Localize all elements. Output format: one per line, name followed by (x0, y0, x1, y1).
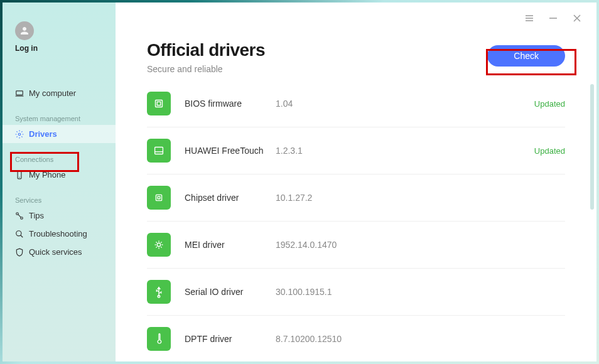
driver-version: 1.2.3.1 (276, 146, 534, 156)
svg-line-7 (18, 214, 21, 217)
driver-name: HUAWEI FreeTouch (185, 146, 276, 156)
sidebar-item-troubleshooting[interactable]: Troubleshooting (3, 225, 116, 243)
sidebar-item-quick-services[interactable]: Quick services (3, 243, 116, 261)
tips-icon (15, 211, 24, 220)
shield-icon (15, 248, 24, 257)
gear-icon (15, 130, 24, 139)
cpu-icon (147, 186, 171, 210)
driver-name: Serial IO driver (185, 287, 276, 297)
nav-label: My Phone (29, 170, 66, 179)
section-system-management: System management (15, 115, 116, 122)
page-subtitle: Secure and reliable (147, 64, 265, 74)
driver-name: DPTF driver (185, 334, 276, 344)
phone-icon (15, 171, 24, 179)
svg-point-22 (157, 243, 161, 247)
svg-point-2 (18, 133, 21, 136)
driver-row-bios[interactable]: BIOS firmware 1.04 Updated (147, 87, 565, 127)
thermometer-icon (147, 327, 171, 351)
svg-rect-17 (157, 102, 161, 105)
driver-row-mei[interactable]: MEI driver 1952.14.0.1470 (147, 222, 565, 269)
driver-status: Updated (534, 99, 565, 109)
driver-name: MEI driver (185, 240, 276, 250)
driver-row-freetouch[interactable]: HUAWEI FreeTouch 1.2.3.1 Updated (147, 127, 565, 174)
svg-rect-16 (156, 100, 163, 107)
driver-version: 8.7.10200.12510 (276, 334, 565, 344)
svg-rect-20 (156, 195, 161, 200)
sidebar-item-drivers[interactable]: Drivers (3, 125, 116, 143)
scrollbar-thumb[interactable] (590, 84, 594, 210)
driver-row-serial-io[interactable]: Serial IO driver 30.100.1915.1 (147, 269, 565, 316)
section-services: Services (15, 196, 116, 204)
driver-name: Chipset driver (185, 193, 276, 203)
laptop-icon (15, 89, 24, 98)
svg-rect-3 (18, 171, 21, 179)
driver-version: 10.1.27.2 (276, 193, 565, 203)
nav-label: My computer (29, 88, 76, 98)
minimize-button[interactable] (549, 14, 558, 23)
driver-name: BIOS firmware (185, 99, 276, 109)
svg-line-9 (21, 235, 23, 237)
driver-version: 1952.14.0.1470 (276, 240, 565, 250)
check-button[interactable]: Check (487, 45, 565, 67)
svg-rect-21 (158, 196, 160, 199)
svg-rect-0 (16, 90, 23, 94)
driver-row-chipset[interactable]: Chipset driver 10.1.27.2 (147, 174, 565, 222)
page-title: Official drivers (147, 40, 265, 60)
driver-row-dptf[interactable]: DPTF driver 8.7.10200.12510 (147, 316, 565, 361)
driver-list: BIOS firmware 1.04 Updated HUAWEI FreeTo… (116, 87, 596, 361)
usb-icon (147, 280, 171, 304)
driver-version: 30.100.1915.1 (276, 287, 565, 297)
sidebar-item-tips[interactable]: Tips (3, 206, 116, 225)
magnifier-icon (15, 230, 24, 238)
nav-label: Tips (29, 211, 44, 220)
nav-label: Quick services (29, 247, 82, 257)
scrollbar[interactable] (590, 84, 594, 349)
sidebar: Log in My computer System management Dri… (3, 3, 116, 361)
engine-icon (147, 233, 171, 257)
sidebar-item-my-computer[interactable]: My computer (3, 84, 116, 102)
svg-rect-18 (155, 147, 163, 154)
driver-status: Updated (534, 146, 565, 156)
menu-icon[interactable] (525, 14, 534, 23)
close-button[interactable] (573, 14, 581, 23)
svg-point-8 (16, 230, 21, 235)
nav-label: Troubleshooting (29, 229, 87, 238)
driver-version: 1.04 (276, 99, 534, 109)
nav-label: Drivers (29, 129, 57, 139)
chip-icon (147, 92, 171, 115)
section-connections: Connections (15, 156, 116, 163)
sidebar-item-my-phone[interactable]: My Phone (3, 166, 116, 184)
main-content: Official drivers Secure and reliable Che… (116, 3, 596, 361)
user-avatar[interactable] (15, 21, 34, 40)
touchpad-icon (147, 139, 171, 163)
login-label[interactable]: Log in (15, 44, 116, 53)
